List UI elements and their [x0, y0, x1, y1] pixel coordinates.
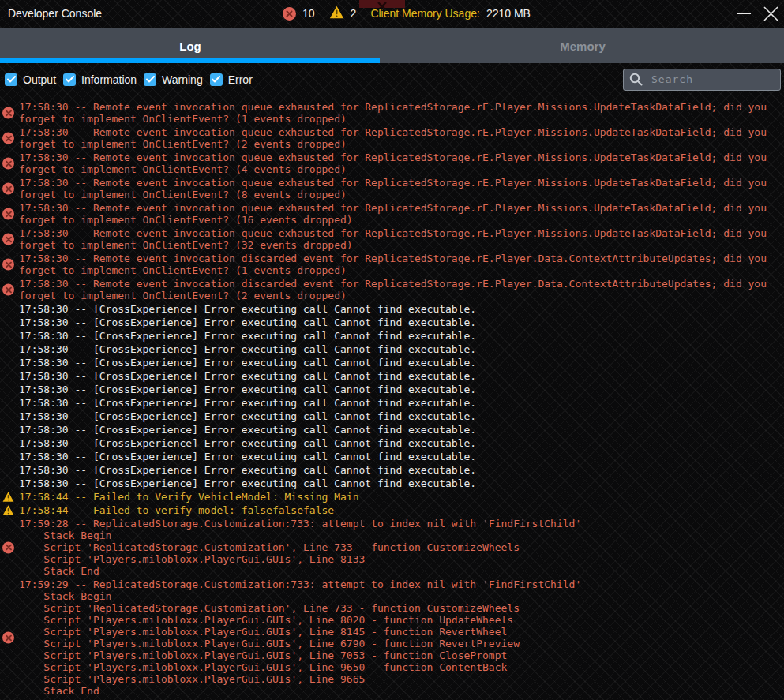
log-entry[interactable]: 17:58:30 -- Remote event invocation queu…	[0, 202, 784, 226]
log-text: 17:58:30 -- Remote event invocation queu…	[19, 227, 773, 251]
log-text: 17:59:29 -- ReplicatedStorage.Customizat…	[19, 578, 581, 697]
tab-bar: Log Memory	[0, 28, 784, 63]
log-text: 17:58:30 -- Remote event invocation queu…	[19, 126, 773, 150]
log-entry[interactable]: 17:58:30 -- Remote event invocation queu…	[0, 152, 784, 175]
log-entry[interactable]: 17:58:44 -- Failed to Verify VehicleMode…	[0, 491, 784, 503]
log-entry[interactable]: 17:58:30 -- [CrossExperience] Error exec…	[0, 384, 784, 395]
log-entry[interactable]: 17:58:30 -- [CrossExperience] Error exec…	[0, 424, 784, 436]
log-entry[interactable]: 17:58:30 -- [CrossExperience] Error exec…	[0, 464, 784, 476]
filter-output-label: Output	[23, 73, 56, 86]
tab-memory-label: Memory	[560, 39, 606, 53]
log-entry[interactable]: 17:58:30 -- Remote event invocation disc…	[0, 253, 784, 276]
warning-checkbox[interactable]	[144, 73, 156, 86]
log-entry[interactable]: 17:58:30 -- Remote event invocation queu…	[0, 126, 784, 150]
error-icon	[2, 158, 14, 170]
log-entry[interactable]: 17:58:30 -- [CrossExperience] Error exec…	[0, 343, 784, 355]
error-icon	[2, 107, 14, 119]
log-entry[interactable]: 17:58:30 -- [CrossExperience] Error exec…	[0, 477, 784, 489]
log-entry[interactable]: 17:59:29 -- ReplicatedStorage.Customizat…	[0, 578, 784, 697]
error-icon	[2, 541, 14, 553]
log-text: 17:59:28 -- ReplicatedStorage.Customizat…	[19, 518, 581, 577]
log-text: 17:58:30 -- Remote event invocation queu…	[19, 177, 773, 200]
log-text: 17:58:30 -- [CrossExperience] Error exec…	[19, 384, 476, 395]
log-text: 17:58:30 -- [CrossExperience] Error exec…	[19, 330, 476, 342]
log-text: 17:58:30 -- [CrossExperience] Error exec…	[19, 477, 476, 489]
memory-usage-value: 2210 MB	[486, 7, 531, 20]
log-text: 17:58:30 -- [CrossExperience] Error exec…	[19, 437, 476, 449]
status-badges: 10 2 Client Memory Usage: 2210 MB	[283, 0, 531, 27]
error-checkbox[interactable]	[210, 73, 223, 86]
output-checkbox[interactable]	[5, 73, 17, 86]
memory-usage-label: Client Memory Usage:	[370, 7, 480, 20]
error-icon	[2, 632, 14, 644]
log-entry[interactable]: 17:58:30 -- Remote event invocation queu…	[0, 101, 784, 125]
search-input[interactable]	[650, 73, 775, 86]
filter-information-label: Information	[81, 73, 137, 86]
log-text: 17:58:30 -- Remote event invocation disc…	[19, 253, 773, 276]
error-count-icon	[283, 7, 296, 21]
filter-bar: Output Information Warning Error	[0, 63, 784, 95]
window-title: Developer Console	[8, 7, 102, 20]
filter-error[interactable]: Error	[210, 73, 253, 86]
log-entry[interactable]: 17:58:30 -- [CrossExperience] Error exec…	[0, 357, 784, 369]
log-entry[interactable]: 17:58:30 -- [CrossExperience] Error exec…	[0, 451, 784, 462]
error-icon	[2, 183, 14, 195]
log-text: 17:58:30 -- Remote event invocation disc…	[19, 278, 773, 301]
log-entry[interactable]: 17:58:30 -- Remote event invocation disc…	[0, 278, 784, 301]
log-text: 17:58:30 -- [CrossExperience] Error exec…	[19, 451, 476, 462]
log-entry[interactable]: 17:58:30 -- Remote event invocation queu…	[0, 227, 784, 251]
information-checkbox[interactable]	[63, 73, 76, 86]
warning-count-icon	[329, 6, 344, 21]
log-entry[interactable]: 17:58:30 -- Remote event invocation queu…	[0, 177, 784, 200]
log-text: 17:58:30 -- [CrossExperience] Error exec…	[19, 343, 476, 355]
active-tab-underline	[0, 58, 380, 63]
tab-log-label: Log	[179, 39, 201, 53]
error-count: 10	[302, 7, 315, 20]
error-icon	[2, 133, 14, 144]
log-entry[interactable]: 17:58:44 -- Failed to verify model: fals…	[0, 504, 784, 516]
log-entry[interactable]: 17:58:30 -- [CrossExperience] Error exec…	[0, 410, 784, 422]
log-entry[interactable]: 17:59:28 -- ReplicatedStorage.Customizat…	[0, 518, 784, 577]
window-controls	[730, 0, 784, 27]
filter-error-label: Error	[228, 73, 253, 86]
log-text: 17:58:30 -- [CrossExperience] Error exec…	[19, 303, 476, 315]
log-text: 17:58:30 -- [CrossExperience] Error exec…	[19, 357, 476, 369]
log-entry[interactable]: 17:58:30 -- [CrossExperience] Error exec…	[0, 370, 784, 382]
error-icon	[2, 259, 14, 271]
log-text: 17:58:44 -- Failed to verify model: fals…	[19, 504, 334, 516]
log-entry[interactable]: 17:58:30 -- [CrossExperience] Error exec…	[0, 330, 784, 342]
background-close-button[interactable]	[359, 0, 405, 8]
log-entry[interactable]: 17:58:30 -- [CrossExperience] Error exec…	[0, 316, 784, 328]
log-text: 17:58:30 -- Remote event invocation queu…	[19, 101, 773, 125]
log-text: 17:58:30 -- [CrossExperience] Error exec…	[19, 424, 476, 436]
error-icon	[2, 208, 14, 220]
error-icon	[2, 284, 14, 296]
log-text: 17:58:44 -- Failed to Verify VehicleMode…	[19, 491, 358, 503]
search-box	[623, 69, 781, 91]
close-button[interactable]	[757, 2, 784, 25]
tab-log[interactable]: Log	[0, 28, 381, 63]
log-entry[interactable]: 17:58:30 -- [CrossExperience] Error exec…	[0, 397, 784, 409]
minimize-button[interactable]	[730, 2, 757, 25]
log-text: 17:58:30 -- [CrossExperience] Error exec…	[19, 464, 476, 476]
log-output: 17:58:30 -- Remote event invocation queu…	[0, 95, 784, 697]
log-text: 17:58:30 -- [CrossExperience] Error exec…	[19, 316, 476, 328]
warning-icon	[2, 504, 14, 516]
filter-warning[interactable]: Warning	[144, 73, 203, 86]
filter-warning-label: Warning	[162, 73, 203, 86]
tab-memory[interactable]: Memory	[381, 28, 784, 63]
log-text: 17:58:30 -- [CrossExperience] Error exec…	[19, 410, 476, 422]
filter-information[interactable]: Information	[63, 73, 137, 86]
filter-output[interactable]: Output	[5, 73, 56, 86]
warning-count: 2	[351, 7, 357, 20]
log-entry[interactable]: 17:58:30 -- [CrossExperience] Error exec…	[0, 303, 784, 315]
search-icon	[629, 73, 643, 86]
developer-console-window: Developer Console 10 2 Client Memory Usa…	[0, 0, 784, 700]
error-icon	[2, 234, 14, 245]
log-text: 17:58:30 -- Remote event invocation queu…	[19, 152, 773, 175]
log-entry[interactable]: 17:58:30 -- [CrossExperience] Error exec…	[0, 437, 784, 449]
log-text: 17:58:30 -- [CrossExperience] Error exec…	[19, 370, 476, 382]
log-text: 17:58:30 -- Remote event invocation queu…	[19, 202, 773, 226]
log-text: 17:58:30 -- [CrossExperience] Error exec…	[19, 397, 476, 409]
warning-icon	[2, 491, 14, 503]
